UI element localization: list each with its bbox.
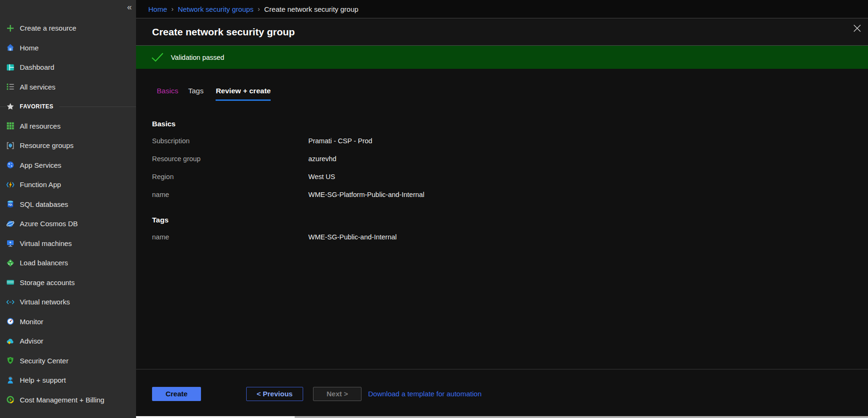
close-icon[interactable]: [852, 24, 862, 33]
sidebar-item-monitor[interactable]: Monitor: [0, 312, 136, 332]
favorites-label: FAVORITES: [20, 103, 54, 110]
sidebar-item-dashboard[interactable]: Dashboard: [0, 57, 136, 77]
sidebar-item-security-center[interactable]: Security Center: [0, 351, 136, 371]
page-title: Create network security group: [152, 26, 295, 38]
breadcrumb-current: Create network security group: [264, 5, 358, 13]
row-value: Pramati - CSP - Prod: [308, 137, 372, 145]
monitor-icon: [6, 317, 15, 326]
cost-management-icon: $: [6, 395, 15, 404]
sidebar-item-home[interactable]: Home: [0, 38, 136, 58]
sidebar-item-label: Virtual networks: [20, 298, 70, 306]
sidebar-item-all-resources[interactable]: All resources: [0, 116, 136, 136]
tab-strip: Basics Tags Review + create: [157, 87, 868, 101]
tags-section-heading: Tags: [152, 216, 868, 224]
row-label: Resource group: [152, 155, 308, 163]
sidebar: « Create a resource Home Dashboard All s…: [0, 0, 136, 418]
download-template-link[interactable]: Download a template for automation: [368, 390, 482, 398]
sidebar-item-help-support[interactable]: Help + support: [0, 370, 136, 390]
cosmos-db-icon: [6, 220, 15, 228]
sidebar-item-label: Load balancers: [20, 259, 68, 267]
validation-message: Validation passed: [171, 54, 224, 61]
tab-basics[interactable]: Basics: [157, 87, 178, 101]
breadcrumb-nsg-link[interactable]: Network security groups: [178, 5, 254, 13]
sidebar-item-function-app[interactable]: Function App: [0, 175, 136, 195]
sidebar-item-label: Security Center: [20, 357, 68, 365]
sql-databases-icon: SQL: [6, 200, 15, 208]
virtual-machines-icon: [6, 239, 15, 247]
row-label: Subscription: [152, 137, 308, 145]
row-value: West US: [308, 173, 335, 180]
previous-button[interactable]: < Previous: [246, 387, 303, 401]
tab-review-create[interactable]: Review + create: [216, 87, 271, 101]
function-app-icon: [6, 180, 15, 189]
resource-groups-icon: [6, 141, 15, 150]
basics-rows: Subscription Pramati - CSP - Prod Resour…: [152, 132, 868, 204]
sidebar-item-label: SQL databases: [20, 200, 68, 208]
row-region: Region West US: [152, 168, 868, 186]
sidebar-nav: Create a resource Home Dashboard All ser…: [0, 18, 136, 410]
row-name: name WME-SG-Platform-Public-and-Internal: [152, 186, 868, 204]
home-icon: [6, 43, 15, 52]
next-button[interactable]: Next >: [313, 387, 362, 401]
breadcrumb: Home › Network security groups › Create …: [136, 0, 868, 18]
sidebar-item-label: Cost Management + Billing: [20, 396, 104, 404]
sidebar-item-label: App Services: [20, 161, 61, 169]
sidebar-item-create-a-resource[interactable]: Create a resource: [0, 18, 136, 38]
blade-header: Create network security group: [136, 18, 868, 46]
dashboard-icon: [6, 63, 15, 72]
sidebar-item-resource-groups[interactable]: Resource groups: [0, 136, 136, 156]
load-balancers-icon: [6, 259, 15, 267]
advisor-icon: [6, 337, 15, 345]
sidebar-item-label: Monitor: [20, 318, 43, 326]
sidebar-item-all-services[interactable]: All services: [0, 77, 136, 97]
row-label: name: [152, 233, 308, 241]
create-button[interactable]: Create: [152, 387, 201, 401]
chevron-right-icon: ›: [258, 5, 260, 13]
sidebar-item-virtual-networks[interactable]: Virtual networks: [0, 292, 136, 312]
row-label: name: [152, 191, 308, 198]
sidebar-item-label: Azure Cosmos DB: [20, 220, 78, 228]
sidebar-item-label: Dashboard: [20, 63, 54, 71]
sidebar-item-virtual-machines[interactable]: Virtual machines: [0, 234, 136, 254]
sidebar-item-azure-cosmos-db[interactable]: Azure Cosmos DB: [0, 214, 136, 234]
sidebar-item-label: Help + support: [20, 376, 66, 384]
blade-footer: Create < Previous Next > Download a temp…: [136, 369, 868, 418]
row-value: WME-SG-Platform-Public-and-Internal: [308, 191, 425, 198]
chevron-right-icon: ›: [171, 5, 174, 13]
main-panel: Home › Network security groups › Create …: [136, 0, 868, 418]
validation-banner: Validation passed: [136, 46, 868, 69]
sidebar-item-label: Create a resource: [20, 24, 76, 32]
svg-text:SQL: SQL: [8, 204, 13, 206]
app-services-icon: [6, 161, 15, 169]
sidebar-item-sql-databases[interactable]: SQL SQL databases: [0, 195, 136, 214]
horizontal-scrollbar-track[interactable]: [136, 416, 868, 418]
sidebar-item-load-balancers[interactable]: Load balancers: [0, 253, 136, 273]
sidebar-item-advisor[interactable]: Advisor: [0, 331, 136, 351]
row-value: WME-SG-Public-and-Internal: [308, 233, 397, 241]
sidebar-item-label: Resource groups: [20, 141, 73, 149]
sidebar-item-label: Storage accounts: [20, 279, 75, 287]
collapse-sidebar-icon[interactable]: «: [127, 2, 132, 12]
sidebar-item-storage-accounts[interactable]: Storage accounts: [0, 273, 136, 293]
sidebar-item-app-services[interactable]: App Services: [0, 156, 136, 175]
tags-rows: name WME-SG-Public-and-Internal: [152, 228, 868, 246]
row-tag-name: name WME-SG-Public-and-Internal: [152, 228, 868, 246]
row-label: Region: [152, 173, 308, 180]
horizontal-scrollbar-thumb[interactable]: [136, 416, 295, 418]
sidebar-item-label: All resources: [20, 122, 61, 130]
virtual-networks-icon: [6, 298, 15, 306]
tab-tags[interactable]: Tags: [188, 87, 204, 101]
help-support-icon: [6, 376, 15, 385]
sidebar-item-label: Function App: [20, 180, 61, 189]
plus-icon: [6, 24, 15, 33]
row-resource-group: Resource group azurevhd: [152, 150, 868, 168]
list-icon: [6, 82, 15, 91]
sidebar-item-cost-management-billing[interactable]: $ Cost Management + Billing: [0, 390, 136, 410]
grid-icon: [6, 122, 15, 130]
sidebar-item-label: Home: [20, 44, 39, 52]
breadcrumb-home-link[interactable]: Home: [148, 5, 167, 13]
review-create-content: Basics Tags Review + create Basics Subsc…: [136, 69, 868, 246]
security-center-icon: [6, 356, 15, 365]
star-icon: [6, 102, 15, 111]
row-value: azurevhd: [308, 155, 337, 163]
